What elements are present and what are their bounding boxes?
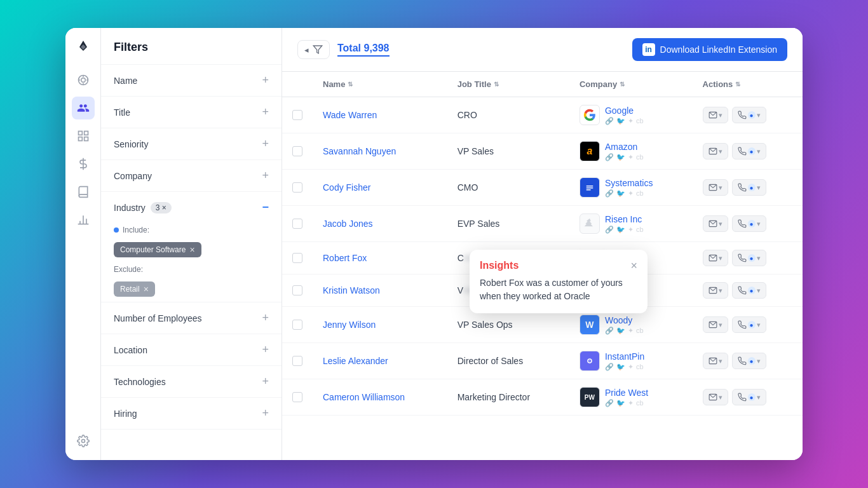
person-name[interactable]: Wade Warren <box>323 110 377 120</box>
company-cell: InstantPin 🔗 🐦 ✦ cb <box>580 351 682 371</box>
email-action-button[interactable]: ▾ <box>703 179 728 196</box>
filter-company-label: Company <box>114 171 152 181</box>
email-action-button[interactable]: ▾ <box>703 353 728 369</box>
phone-action-button[interactable]: ● ▾ <box>732 179 766 196</box>
company-social-icons: 🔗 🐦 ✦ cb <box>605 327 644 335</box>
filter-technologies-row[interactable]: Technologies + <box>101 366 281 398</box>
email-action-button[interactable]: ▾ <box>703 107 728 123</box>
nav-item-dollar[interactable] <box>72 152 95 175</box>
name-cell: Robert Fox <box>323 253 437 263</box>
nav-item-settings[interactable] <box>72 430 95 452</box>
company-name[interactable]: Woody <box>605 315 644 325</box>
email-action-button[interactable]: ▾ <box>703 316 728 333</box>
row-checkbox[interactable] <box>292 182 302 193</box>
filter-title-row[interactable]: Title + <box>101 97 281 128</box>
nav-item-grid[interactable] <box>72 125 95 147</box>
row-checkbox[interactable] <box>292 320 302 330</box>
nav-logo[interactable] <box>72 36 95 58</box>
phone-action-button[interactable]: ● ▾ <box>732 353 766 369</box>
company-logo: a <box>580 141 600 161</box>
person-name[interactable]: Savannah Nguyen <box>323 146 396 156</box>
phone-action-button[interactable]: ● ▾ <box>732 316 766 333</box>
email-action-button[interactable]: ▾ <box>703 250 728 266</box>
email-action-button[interactable]: ▾ <box>703 143 728 159</box>
company-social-icons: 🔗 🐦 ✦ cb <box>605 117 644 125</box>
phone-action-button[interactable]: ● ▾ <box>732 282 766 299</box>
company-logo: W <box>580 315 600 335</box>
nav-item-book[interactable] <box>72 180 95 203</box>
download-linkedin-button[interactable]: in Download LinkedIn Extension <box>632 38 787 61</box>
company-name[interactable]: Pride West <box>605 388 648 398</box>
chevron-left-icon: ◂ <box>304 45 309 55</box>
job-title: VP Sales Ops <box>458 320 513 330</box>
person-name[interactable]: Cameron Williamson <box>323 392 405 402</box>
actions-cell: ▾ ● ▾ <box>703 316 792 333</box>
company-name[interactable]: Systematics <box>605 178 653 188</box>
actions-cell: ▾ ● ▾ <box>703 250 792 266</box>
name-sort-icon[interactable]: ⇅ <box>348 81 353 88</box>
svg-rect-9 <box>84 137 88 141</box>
insights-close-button[interactable]: × <box>630 260 637 271</box>
nav-item-people[interactable] <box>72 97 95 119</box>
person-name[interactable]: Leslie Alexander <box>323 356 388 366</box>
phone-action-button[interactable]: ● ▾ <box>732 250 766 266</box>
row-checkbox[interactable] <box>292 392 302 402</box>
company-social-icons: 🔗 🐦 ✦ cb <box>605 399 648 407</box>
actions-sort-icon[interactable]: ⇅ <box>735 81 740 88</box>
email-action-button[interactable]: ▾ <box>703 282 728 299</box>
nav-item-chart[interactable] <box>72 208 95 231</box>
name-cell: Cameron Williamson <box>323 392 437 402</box>
filter-name-label: Name <box>114 76 137 86</box>
phone-action-button[interactable]: ● ▾ <box>732 215 766 232</box>
filter-location-row[interactable]: Location + <box>101 334 281 366</box>
company-name[interactable]: InstantPin <box>605 351 644 362</box>
person-name[interactable]: Robert Fox <box>323 253 367 263</box>
row-checkbox[interactable] <box>292 110 302 120</box>
industry-section: Industry 3 × − Include: Computer Softwar… <box>101 192 281 302</box>
industry-label: Industry <box>114 203 146 213</box>
nav-item-target[interactable] <box>72 69 95 92</box>
phone-action-button[interactable]: ● ▾ <box>732 107 766 123</box>
row-checkbox[interactable] <box>292 356 302 366</box>
row-checkbox[interactable] <box>292 285 302 295</box>
email-action-button[interactable]: ▾ <box>703 215 728 232</box>
filter-employees-row[interactable]: Number of Employees + <box>101 302 281 334</box>
job-title: VP Sales <box>458 146 494 156</box>
filter-seniority-row[interactable]: Seniority + <box>101 128 281 160</box>
jobtitle-sort-icon[interactable]: ⇅ <box>494 81 499 88</box>
filter-name-row[interactable]: Name + <box>101 65 281 97</box>
company-name[interactable]: Google <box>605 105 644 116</box>
industry-header[interactable]: Industry 3 × − <box>101 192 281 223</box>
filter-hiring-row[interactable]: Hiring + <box>101 398 281 430</box>
row-checkbox[interactable] <box>292 146 302 156</box>
retail-tag[interactable]: Retail × <box>114 281 155 297</box>
insights-popup-header: Insights × <box>480 260 637 271</box>
row-checkbox[interactable] <box>292 219 302 229</box>
computer-software-tag[interactable]: Computer Software × <box>114 242 201 257</box>
include-label: Include: <box>101 223 281 240</box>
actions-cell: ▾ ● ▾ <box>703 215 792 232</box>
email-action-button[interactable]: ▾ <box>703 389 728 405</box>
phone-action-button[interactable]: ● ▾ <box>732 389 766 405</box>
table-row: Cameron Williamson Marketing Director PW… <box>282 379 803 416</box>
industry-header-left: Industry 3 × <box>114 202 172 214</box>
filter-toggle-button[interactable]: ◂ <box>297 40 330 59</box>
company-sort-icon[interactable]: ⇅ <box>620 81 625 88</box>
filter-company-row[interactable]: Company + <box>101 160 281 192</box>
name-cell: Wade Warren <box>323 110 437 120</box>
company-name[interactable]: Risen Inc <box>605 214 644 224</box>
person-name[interactable]: Jenny Wilson <box>323 320 376 330</box>
col-name: Name ⇅ <box>313 72 447 97</box>
computer-software-tag-remove[interactable]: × <box>189 245 194 255</box>
app-container: Filters Name + Title + Seniority + Compa… <box>65 28 803 460</box>
person-name[interactable]: Cody Fisher <box>323 182 370 193</box>
person-name[interactable]: Jacob Jones <box>323 219 373 229</box>
filter-technologies-plus-icon: + <box>262 375 269 388</box>
phone-action-button[interactable]: ● ▾ <box>732 143 766 159</box>
insights-popup: Insights × Robert Fox was a customer of … <box>470 250 648 313</box>
person-name[interactable]: Kristin Watson <box>323 285 380 295</box>
company-name[interactable]: Amazon <box>605 142 644 152</box>
row-checkbox[interactable] <box>292 253 302 263</box>
industry-collapse-icon[interactable]: − <box>262 201 269 214</box>
retail-tag-remove[interactable]: × <box>144 284 149 294</box>
